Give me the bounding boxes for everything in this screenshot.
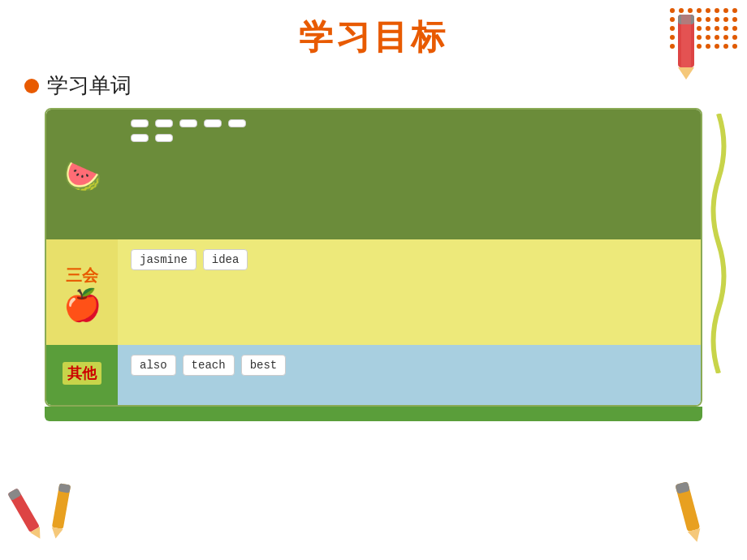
svg-rect-3 xyxy=(681,15,691,67)
sanhui-words-section: jasmine idea xyxy=(118,239,701,345)
qita-words-section: also teach best xyxy=(118,345,701,405)
word-hobby xyxy=(155,134,173,142)
page-title: 学习目标 xyxy=(0,0,747,60)
card-inner: 🍉 三会 🍎 其他 xyxy=(46,110,701,405)
pencils-bottom-right xyxy=(659,477,724,545)
grass-bar xyxy=(45,407,702,421)
svg-marker-9 xyxy=(50,528,63,540)
word-singing xyxy=(155,119,173,127)
subtitle-section: 学习单词 xyxy=(24,71,747,100)
sihai-words-section xyxy=(118,110,701,239)
subtitle-text: 学习单词 xyxy=(47,71,132,100)
pencils-bottom-left xyxy=(6,477,88,545)
right-content: jasmine idea also teach best xyxy=(118,110,701,405)
pencil-top-right-icon xyxy=(670,6,702,83)
word-reading-stories xyxy=(204,119,222,127)
qita-label: 其他 xyxy=(63,362,101,385)
watermelon-icon: 🍉 xyxy=(63,161,101,192)
sihai-sidebar: 🍉 xyxy=(46,110,118,239)
word-pen-pal xyxy=(131,134,149,142)
word-idea: idea xyxy=(203,249,248,270)
left-sidebar: 🍉 三会 🍎 其他 xyxy=(46,110,118,405)
bullet-dot xyxy=(24,79,39,93)
qita-sidebar: 其他 xyxy=(46,345,118,405)
sanhui-row1: jasmine idea xyxy=(131,249,688,270)
word-best: best xyxy=(241,355,287,376)
word-doing-kung-fu xyxy=(228,119,246,127)
sanhui-sidebar: 三会 🍎 xyxy=(46,239,118,345)
sihai-row2 xyxy=(131,134,688,142)
sihai-row1 xyxy=(131,119,688,127)
word-also: also xyxy=(131,355,176,376)
word-playing-football xyxy=(179,119,197,127)
svg-marker-2 xyxy=(678,67,694,80)
word-dancing xyxy=(131,119,149,127)
qita-row1: also teach best xyxy=(131,355,688,376)
apple-icon: 🍎 xyxy=(63,290,101,321)
word-jasmine: jasmine xyxy=(131,249,196,270)
wavy-decoration-right xyxy=(706,114,731,377)
main-card: 🍉 三会 🍎 其他 xyxy=(45,108,702,407)
sanhui-label: 三会 xyxy=(66,265,98,286)
word-teach: teach xyxy=(183,355,235,376)
